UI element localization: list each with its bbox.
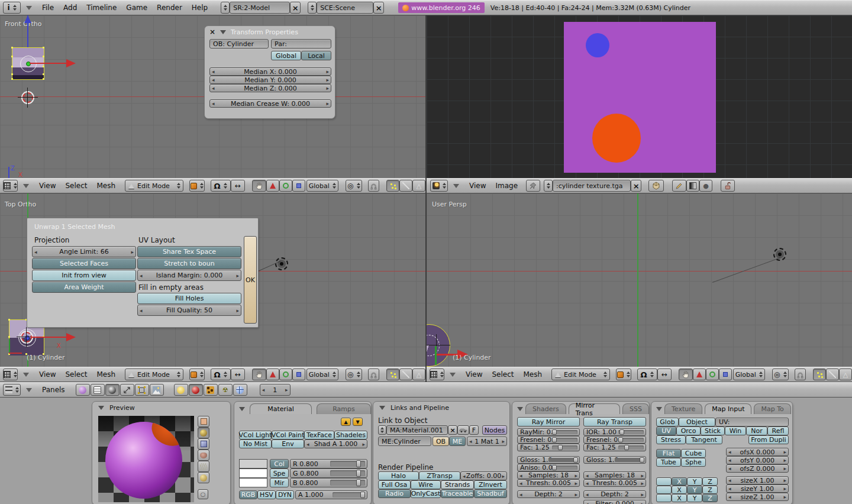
cube-toggle[interactable]: Cube	[681, 449, 706, 458]
thresh-tra-field[interactable]: Thresh: 0.005	[583, 479, 646, 487]
z-axis-x-toggle[interactable]: X	[672, 494, 687, 502]
tab-material[interactable]: Material	[250, 403, 312, 414]
samples-tra-field[interactable]: Samples: 18	[583, 471, 646, 479]
halo-toggle[interactable]: Halo	[378, 471, 419, 480]
x-axis-x-toggle[interactable]: X	[672, 477, 687, 486]
lamp-buttons-button[interactable]	[174, 384, 188, 396]
collapse-icon[interactable]	[450, 373, 456, 377]
zinvert-toggle[interactable]: ZInvert	[474, 480, 507, 489]
fac-mir-slider[interactable]: Fac: 1.25	[517, 444, 580, 451]
draw-type-button[interactable]	[189, 369, 205, 380]
3d-cursor[interactable]	[22, 92, 33, 103]
ofsx-slider[interactable]: ofsX 0.000	[726, 448, 789, 456]
mesh-name-field[interactable]: ME:Cylinder	[378, 437, 431, 446]
win-toggle[interactable]: Win	[725, 427, 746, 435]
select-menu[interactable]: Select	[492, 370, 514, 379]
snap-button[interactable]	[368, 369, 380, 380]
ztransp-toggle[interactable]: ZTransp	[419, 471, 460, 480]
uv-toggle[interactable]: UV	[656, 427, 676, 435]
strands-button[interactable]: Strands	[441, 480, 474, 489]
realtime-texture-button[interactable]	[648, 180, 664, 192]
face-select-button[interactable]: △	[412, 369, 425, 380]
edge-select-button[interactable]	[399, 369, 412, 380]
tab-map-input[interactable]: Map Input	[705, 403, 751, 414]
thresh-mir-field[interactable]: Thresh: 0.005	[517, 479, 580, 487]
uv-name-field[interactable]: UV:	[715, 418, 789, 427]
image-menu[interactable]: Image	[495, 182, 518, 190]
tab-mirror-transp[interactable]: Mirror Trans	[569, 403, 620, 414]
tab-map-to[interactable]: Map To	[754, 403, 790, 414]
tab-texture[interactable]: Texture	[664, 403, 702, 414]
mir-toggle[interactable]: Mir	[270, 478, 289, 487]
angle-limit-slider[interactable]: Angle Limit: 66	[32, 246, 136, 257]
snap-target-button[interactable]: ◎	[346, 180, 362, 192]
median-y-slider[interactable]: Median Y: 0.000	[209, 76, 331, 84]
depth-tra-field[interactable]: Depth: 2	[583, 490, 646, 498]
view-menu[interactable]: View	[469, 182, 486, 190]
editor-type-button[interactable]	[3, 384, 21, 396]
collapse-icon[interactable]	[26, 388, 32, 392]
mesh-menu[interactable]: Mesh	[97, 182, 116, 190]
x-axis-z-toggle[interactable]: Z	[702, 477, 718, 486]
shad-alpha-slider[interactable]: Shad A 1.000	[304, 440, 367, 448]
preview-sphere-button[interactable]	[198, 427, 209, 438]
proportional-edit-button[interactable]: Ω	[211, 369, 231, 380]
paint-mode-button[interactable]	[672, 180, 686, 192]
fill-quality-slider[interactable]: Fill Quality: 50	[137, 305, 241, 316]
gloss-mir-slider[interactable]: Gloss: 1.0	[517, 456, 580, 464]
material-browse-button[interactable]	[378, 425, 386, 435]
hsv-toggle[interactable]: HSV	[257, 490, 276, 499]
snap-target-button[interactable]: ◎	[772, 369, 788, 380]
manipulator-toggle-button[interactable]	[679, 369, 693, 380]
nodes-button[interactable]: Nodes	[482, 425, 507, 435]
share-tex-space-toggle[interactable]: Share Tex Space	[137, 246, 241, 257]
translate-manipulator-button[interactable]	[266, 180, 279, 192]
gloss-tra-slider[interactable]: Gloss: 1.0	[583, 456, 646, 464]
vertex-select-button[interactable]	[386, 369, 399, 380]
vertex-dots[interactable]	[11, 47, 13, 49]
texture-image[interactable]	[564, 22, 716, 173]
depth-mir-field[interactable]: Depth: 2	[517, 490, 580, 498]
world-buttons-button[interactable]	[233, 384, 247, 396]
full-osa-toggle[interactable]: Full Osa	[378, 480, 411, 489]
scene-delete-button[interactable]: ×	[373, 2, 384, 14]
me-toggle[interactable]: ME	[449, 437, 466, 446]
face-select-button[interactable]: △	[839, 369, 852, 380]
image-name-field[interactable]: :cylinder texture.tga	[553, 180, 631, 192]
menu-add[interactable]: Add	[63, 4, 77, 12]
radio-toggle[interactable]: Radio	[378, 489, 411, 498]
persp-viewport[interactable]: User Persp (1) Cylinder	[427, 193, 852, 367]
sizey-slider[interactable]: sizeY 1.00	[726, 484, 789, 493]
ok-button[interactable]: OK	[244, 236, 257, 324]
preview-monkey-button[interactable]	[198, 450, 209, 461]
nor-toggle[interactable]: Nor	[746, 427, 767, 435]
col-toggle[interactable]: Col	[270, 459, 289, 469]
traceable-toggle[interactable]: Traceable	[441, 489, 474, 498]
glob-toggle[interactable]: Glob	[656, 418, 679, 427]
rotate-manipulator-button[interactable]	[279, 180, 292, 192]
no-mist-toggle[interactable]: No Mist	[239, 440, 272, 448]
ior-slider[interactable]: IOR: 1.00	[583, 428, 646, 436]
lock-button[interactable]	[721, 180, 735, 192]
fresnel-mir-slider[interactable]: Fresnel: 0.	[517, 436, 580, 444]
shadeless-toggle[interactable]: Shadeles	[334, 431, 367, 440]
ofsy-slider[interactable]: ofsY 0.000	[726, 456, 789, 464]
flat-toggle[interactable]: Flat	[656, 449, 681, 458]
parent-field[interactable]: Par:	[271, 39, 331, 49]
ob-toggle[interactable]: OB	[433, 437, 449, 446]
logic-context-button[interactable]	[76, 384, 90, 396]
fake-user-button[interactable]: F	[469, 425, 479, 435]
channel-button[interactable]: ●	[699, 180, 712, 192]
ray-mirror-toggle[interactable]: Ray Mirror	[517, 417, 580, 427]
material-down-button[interactable]: ▼	[353, 418, 363, 426]
stretch-to-bounds-toggle[interactable]: Stretch to boun	[137, 258, 241, 269]
menu-file[interactable]: File	[42, 4, 54, 12]
spe-toggle[interactable]: Spe	[270, 469, 289, 478]
snap-button[interactable]	[368, 180, 380, 192]
vertex-select-button[interactable]	[813, 369, 826, 380]
auto-name-button[interactable]	[457, 425, 469, 435]
object-name-field[interactable]: OB: Cylinder	[209, 39, 269, 49]
init-from-view-toggle[interactable]: Init from view	[32, 270, 136, 281]
zoffs-slider[interactable]: Zoffs: 0.00	[460, 471, 507, 480]
blender-org-link[interactable]: www.blender.org 246	[398, 2, 485, 13]
